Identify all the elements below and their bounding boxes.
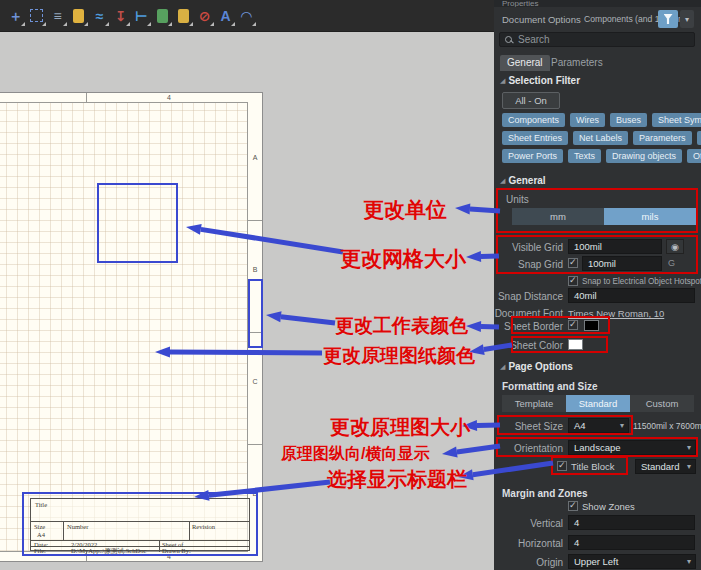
tool-net-label-button[interactable]: ⊢	[132, 5, 151, 26]
all-on-button[interactable]: All - On	[502, 92, 560, 109]
visible-grid-eye-button[interactable]: ◉	[666, 239, 684, 254]
filter-dropdown-button[interactable]: ▾	[680, 10, 694, 28]
origin-dropdown[interactable]: Upper Left	[568, 554, 696, 569]
application-window: ＋≡≈↧⊢⊘A◠ 4 ABCD 4 Title Size A4 Number R…	[0, 0, 701, 570]
vertical-label: Vertical	[494, 518, 563, 529]
filter-power-ports-button[interactable]: Power Ports	[502, 149, 563, 163]
vertical-field[interactable]: 4	[568, 515, 695, 530]
tool-cross-cursor-button[interactable]: ＋	[6, 5, 25, 26]
tool-port-button[interactable]	[174, 5, 193, 26]
annotation-change-worksheet-color: 更改工作表颜色	[335, 313, 468, 339]
show-zones-checkbox[interactable]	[568, 501, 578, 511]
snap-grid-checkbox[interactable]	[568, 258, 578, 268]
arc-icon: ◠	[241, 9, 252, 23]
wire-icon: ≈	[96, 9, 104, 23]
title-block-checkbox[interactable]	[557, 461, 567, 471]
sheet-color-label: Sheet Color	[494, 340, 563, 351]
filter-buses-button[interactable]: Buses	[610, 113, 647, 127]
document-options-link[interactable]: Document Options	[502, 14, 581, 25]
sheet-border-color-swatch[interactable]	[584, 320, 599, 331]
units-mm-button[interactable]: mm	[512, 208, 604, 225]
sheet-border-checkbox[interactable]	[568, 320, 578, 330]
sheet-dimensions: 11500mil x 7600mil	[633, 421, 701, 431]
snap-distance-label: Snap Distance	[494, 291, 563, 302]
sheet-symbol-icon	[157, 9, 168, 23]
component-icon	[73, 9, 84, 23]
annotation-change-grid-size: 更改网格大小	[340, 245, 466, 273]
filter-texts-button[interactable]: Texts	[568, 149, 601, 163]
document-font-link[interactable]: Times New Roman, 10	[568, 308, 664, 319]
schematic-toolbar: ＋≡≈↧⊢⊘A◠	[0, 0, 494, 32]
zone-letter-c: C	[248, 378, 262, 385]
horizontal-field[interactable]: 4	[568, 535, 695, 550]
filter-net-labels-button[interactable]: Net Labels	[573, 131, 628, 145]
general-section-header[interactable]: ◢General	[500, 175, 546, 186]
highlight-border-strip	[248, 279, 263, 348]
format-template-button[interactable]: Template	[502, 395, 566, 412]
tool-wire-button[interactable]: ≈	[90, 5, 109, 26]
tool-arc-button[interactable]: ◠	[237, 5, 256, 26]
snap-grid-label: Snap Grid	[494, 259, 563, 270]
power-port-icon: ↧	[115, 9, 127, 23]
sheet-size-dropdown[interactable]: A4	[568, 418, 629, 433]
sheet-color-swatch[interactable]	[568, 339, 583, 350]
selection-box-icon	[30, 9, 43, 22]
zone-divider	[86, 93, 87, 102]
tool-align-button[interactable]: ≡	[48, 5, 67, 26]
filter-sheet-symbols-button[interactable]: Sheet Symbols	[652, 113, 701, 127]
filter-parameters-button[interactable]: Parameters	[633, 131, 692, 145]
visible-grid-field[interactable]: 100mil	[568, 239, 662, 254]
highlight-grid-square	[97, 183, 178, 263]
format-toggle: Template Standard Custom	[502, 395, 694, 412]
document-font-label: Document Font	[494, 308, 563, 319]
tool-sheet-symbol-button[interactable]	[153, 5, 172, 26]
net-label-icon: ⊢	[135, 9, 148, 23]
zone-letter-a: A	[248, 154, 262, 161]
align-icon: ≡	[53, 9, 61, 23]
search-placeholder: Search	[518, 34, 550, 45]
tab-parameters[interactable]: Parameters	[544, 55, 610, 71]
orientation-label: Orientation	[494, 443, 563, 454]
page-options-header[interactable]: ◢Page Options	[500, 361, 573, 372]
tab-general[interactable]: General	[500, 55, 550, 71]
snap-grid-field[interactable]: 100mil	[582, 256, 662, 271]
tool-selection-box-button[interactable]	[27, 5, 46, 26]
format-custom-button[interactable]: Custom	[630, 395, 694, 412]
filter-other-button[interactable]: Other	[687, 149, 701, 163]
tool-no-erc-button[interactable]: ⊘	[195, 5, 214, 26]
sheet-size-label: Sheet Size	[494, 421, 563, 432]
format-standard-button[interactable]: Standard	[566, 395, 630, 412]
tool-component-button[interactable]	[69, 5, 88, 26]
snap-distance-field[interactable]: 40mil	[568, 288, 695, 303]
formatting-size-header: Formatting and Size	[502, 381, 598, 392]
zone-divider	[248, 220, 262, 221]
selection-filter-header[interactable]: ◢Selection Filter	[500, 75, 580, 86]
filter-sheet-entries-button[interactable]: Sheet Entries	[502, 131, 568, 145]
orientation-dropdown[interactable]: Landscape	[568, 440, 696, 455]
funnel-icon	[664, 14, 673, 24]
filter-button[interactable]	[658, 10, 678, 28]
annotation-title-block: 选择显示标题栏	[327, 466, 467, 493]
snap-grid-g-mark: G	[668, 258, 675, 268]
snap-hotspots-checkbox[interactable]	[568, 276, 578, 286]
port-icon	[178, 9, 189, 23]
filter-components-button[interactable]: Components	[502, 113, 565, 127]
sheet-grid-area[interactable]	[0, 102, 248, 552]
search-icon	[505, 36, 513, 44]
zone-top-label: 4	[167, 94, 171, 101]
units-label: Units	[506, 194, 529, 205]
origin-label: Origin	[494, 557, 563, 568]
filter-ports-button[interactable]: Ports	[697, 131, 701, 145]
annotation-change-sheet-color: 更改原理图纸颜色	[323, 343, 475, 369]
search-input[interactable]: Search	[499, 32, 695, 47]
units-toggle: mm mils	[512, 208, 696, 225]
tool-text-button[interactable]: A	[216, 5, 235, 26]
title-block-style-dropdown[interactable]: Standard	[635, 459, 696, 474]
filter-drawing-objects-button[interactable]: Drawing objects	[606, 149, 682, 163]
filter-wires-button[interactable]: Wires	[570, 113, 605, 127]
units-mils-button[interactable]: mils	[604, 208, 696, 225]
text-icon: A	[220, 9, 230, 23]
tool-power-port-button[interactable]: ↧	[111, 5, 130, 26]
sheet-border-label: Sheet Border	[494, 321, 563, 332]
zone-divider	[248, 444, 262, 445]
